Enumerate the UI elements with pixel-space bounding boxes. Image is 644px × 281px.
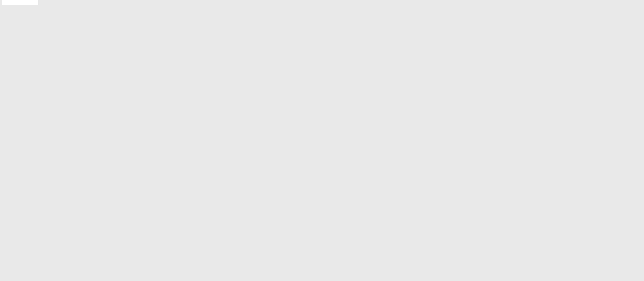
spec-sidebar: Core Navigation Navigation allows users … — [2, 0, 38, 5]
